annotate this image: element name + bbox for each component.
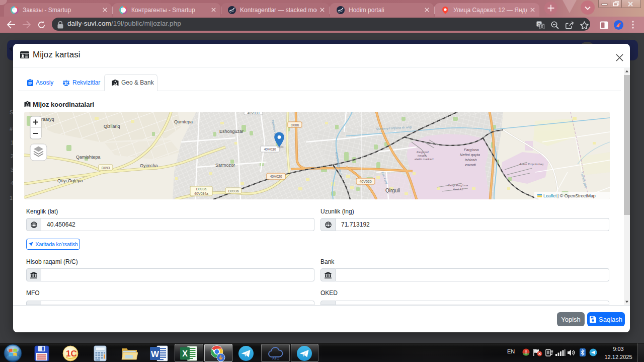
svg-text:Qirguli: Qirguli <box>385 188 400 193</box>
svg-text:Qizilariq: Qizilariq <box>104 124 120 129</box>
svg-text:X: X <box>182 349 188 358</box>
svg-text:D093a: D093a <box>196 187 207 191</box>
svg-text:Asam Ko'prikchaq: Asam Ko'prikchaq <box>519 163 544 166</box>
svg-text:ATC: ATC <box>272 356 279 360</box>
svg-text:D093a: D093a <box>228 189 239 193</box>
svg-text:W: W <box>151 349 159 359</box>
svg-text:Azot AJ: Azot AJ <box>452 188 463 191</box>
svg-text:Quyi Oqtepa: Quyi Oqtepa <box>57 178 83 183</box>
svg-text:Leaflet: Leaflet <box>543 193 557 198</box>
svg-text:issiqlik: issiqlik <box>418 154 427 157</box>
svg-text:Sarmozor: Sarmozor <box>215 163 235 168</box>
svg-text:Qumtepa: Qumtepa <box>174 119 193 124</box>
svg-text:Qamishtepa: Qamishtepa <box>76 155 101 160</box>
svg-text:D093: D093 <box>102 166 110 170</box>
svg-text:Oyimcha: Oyimcha <box>140 163 158 168</box>
svg-text:raaryq: raaryq <box>41 117 54 122</box>
svg-text:Yangi Farg'ona: Yangi Farg'ona <box>448 184 468 187</box>
svg-text:40V020: 40V020 <box>270 175 282 178</box>
svg-text:ishlash: ishlash <box>465 158 476 162</box>
svg-text:Eshonguzar: Eshonguzar <box>219 129 244 134</box>
svg-text:40V034a: 40V034a <box>194 192 208 195</box>
svg-text:Farg'ond: Farg'ond <box>417 151 429 154</box>
svg-text:D086: D086 <box>291 123 299 127</box>
svg-text:elektr markazi: elektr markazi <box>415 158 434 161</box>
svg-text:40V030: 40V030 <box>247 112 259 115</box>
svg-text:40V020: 40V020 <box>359 180 371 183</box>
svg-text:Neftni qayta: Neftni qayta <box>460 153 480 157</box>
svg-text:zavodi: zavodi <box>464 163 476 167</box>
svg-text:Farg'ona: Farg'ona <box>464 148 478 152</box>
svg-text:40V030: 40V030 <box>264 148 276 151</box>
svg-text:| © OpenStreetMap: | © OpenStreetMap <box>557 193 596 198</box>
